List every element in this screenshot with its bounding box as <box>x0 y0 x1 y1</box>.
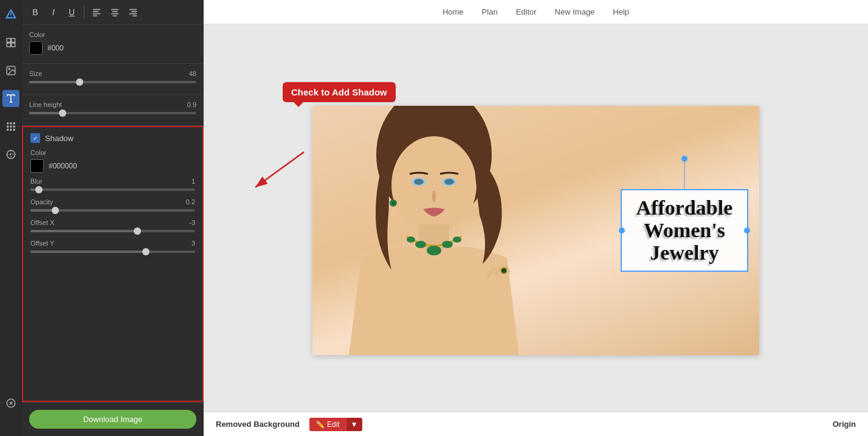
sidebar-icon-close[interactable] <box>2 395 19 412</box>
italic-button[interactable]: I <box>46 5 61 19</box>
nav-editor[interactable]: Editor <box>516 7 537 16</box>
canvas-container: Check to Add Shadow <box>204 24 868 436</box>
handle-right[interactable] <box>744 227 750 233</box>
svg-point-41 <box>407 237 415 243</box>
bold-button[interactable]: B <box>28 5 43 19</box>
svg-point-7 <box>10 123 11 124</box>
line-height-section: Line height 0.9 <box>22 95 204 126</box>
shadow-section: ✓ Shadow Color #000000 Blur 1 Opacity <box>22 126 204 402</box>
opacity-slider-thumb[interactable] <box>52 207 59 214</box>
size-slider-thumb[interactable] <box>76 78 83 86</box>
color-swatch[interactable] <box>29 41 43 55</box>
handle-top-line <box>684 158 685 189</box>
opacity-slider-track <box>30 209 195 212</box>
align-center-button[interactable] <box>108 5 122 19</box>
line-height-label: Line height <box>29 101 62 108</box>
nav-home[interactable]: Home <box>443 7 464 16</box>
svg-point-9 <box>7 126 8 127</box>
line-height-slider-fill <box>29 112 63 114</box>
blur-slider-thumb[interactable] <box>35 186 43 193</box>
shadow-color-row: #000000 <box>30 159 195 173</box>
sidebar-icon-image[interactable] <box>2 62 19 79</box>
svg-point-6 <box>7 123 8 124</box>
svg-point-8 <box>13 123 15 124</box>
shadow-header: ✓ Shadow <box>30 133 195 143</box>
svg-rect-19 <box>93 13 100 15</box>
svg-point-42 <box>453 237 461 243</box>
sidebar-icon-text[interactable] <box>2 90 19 107</box>
svg-point-45 <box>501 268 507 274</box>
edit-button[interactable]: ✏️ Edit <box>309 418 346 431</box>
offset-x-slider-track <box>30 230 195 232</box>
edit-dropdown-button[interactable]: ▼ <box>346 418 362 431</box>
svg-rect-1 <box>11 38 15 42</box>
svg-point-14 <box>13 129 15 130</box>
text-element-box[interactable]: Affordable Women's Jewelry <box>621 189 748 271</box>
top-nav: Home Plan Editor New Image Help <box>204 0 868 24</box>
color-row: #000 <box>29 41 196 55</box>
line-height-value: 0.9 <box>187 101 196 108</box>
align-right-button[interactable] <box>126 5 140 19</box>
offset-x-value: -3 <box>189 219 195 226</box>
canvas-text: Affordable Women's Jewelry <box>630 196 739 264</box>
size-slider-track <box>29 81 196 83</box>
opacity-label: Opacity <box>30 198 53 206</box>
svg-point-11 <box>13 126 15 127</box>
canvas-text-line1: Affordable <box>630 196 739 218</box>
origin-label: Origin <box>833 420 856 429</box>
shadow-checkbox[interactable]: ✓ <box>30 133 40 143</box>
nav-new-image[interactable]: New Image <box>555 7 595 16</box>
download-area: Download Image <box>22 402 204 436</box>
shadow-color-swatch[interactable] <box>30 159 44 173</box>
download-button[interactable]: Download Image <box>29 410 196 429</box>
underline-button[interactable]: U <box>64 5 79 19</box>
icon-sidebar <box>0 0 21 436</box>
offset-x-slider-thumb[interactable] <box>134 227 141 235</box>
svg-point-35 <box>414 179 424 185</box>
handle-left[interactable] <box>619 227 625 233</box>
canvas-text-line2: Women's <box>630 219 739 241</box>
size-slider-fill <box>29 81 80 83</box>
svg-rect-20 <box>93 15 97 16</box>
svg-rect-25 <box>129 9 137 10</box>
edit-button-group: ✏️ Edit ▼ <box>309 418 362 431</box>
opacity-label-row: Opacity 0.2 <box>30 198 195 206</box>
align-left-button[interactable] <box>89 5 104 19</box>
woman-figure-svg <box>312 106 568 355</box>
svg-point-38 <box>427 246 441 255</box>
svg-rect-0 <box>7 38 10 42</box>
size-label-row: Size 48 <box>29 70 196 77</box>
sidebar-icon-grid[interactable] <box>2 34 19 51</box>
shadow-title: Shadow <box>45 134 74 143</box>
sidebar-icon-pattern[interactable] <box>2 118 19 135</box>
nav-plan[interactable]: Plan <box>482 7 498 16</box>
svg-line-30 <box>255 152 304 187</box>
svg-point-44 <box>391 201 395 205</box>
sidebar-icon-contrast[interactable] <box>2 146 19 163</box>
svg-rect-27 <box>129 13 137 15</box>
blur-value: 1 <box>191 178 195 185</box>
nav-help[interactable]: Help <box>613 7 629 16</box>
text-element-container[interactable]: Affordable Women's Jewelry <box>621 189 748 271</box>
edit-label: Edit <box>327 420 340 429</box>
svg-point-39 <box>415 241 426 248</box>
opacity-value: 0.2 <box>186 198 195 206</box>
svg-point-40 <box>442 241 453 248</box>
toolbar-separator <box>84 6 84 18</box>
color-label: Color <box>29 31 196 38</box>
svg-point-10 <box>10 126 11 127</box>
blur-slider-track <box>30 189 195 191</box>
svg-rect-3 <box>11 43 15 47</box>
size-value: 48 <box>189 70 196 77</box>
app-logo[interactable] <box>2 6 19 23</box>
svg-point-5 <box>9 68 10 69</box>
color-section: Color #000 <box>22 25 204 64</box>
handle-top-dot[interactable] <box>681 155 687 161</box>
offset-y-slider-thumb[interactable] <box>142 248 150 255</box>
size-slider-row <box>29 81 196 83</box>
canvas-text-line3: Jewelry <box>630 241 739 264</box>
svg-rect-2 <box>7 43 10 47</box>
svg-point-32 <box>391 136 477 234</box>
offset-y-value: 3 <box>191 240 195 247</box>
line-height-slider-thumb[interactable] <box>59 109 66 117</box>
